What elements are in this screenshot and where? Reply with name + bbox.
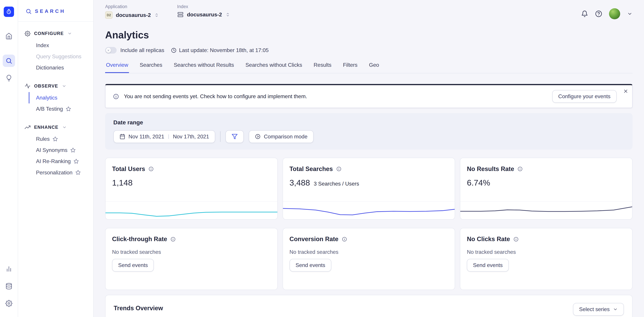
event-card-no-clicks-rate: No Clicks Rate No tracked searches Send …	[460, 228, 632, 290]
nav-section-enhance: ENHANCE Rules AI Synonyms AI Re-Ranking …	[18, 122, 93, 178]
event-card-title: No Clicks Rate	[467, 236, 510, 243]
section-header-enhance[interactable]: ENHANCE	[18, 122, 93, 134]
sparkline-path	[106, 212, 278, 216]
application-value: docusaurus-2	[116, 12, 151, 18]
sidebar-item-ai-synonyms[interactable]: AI Synonyms	[29, 145, 93, 156]
sidebar-item-label: Rules	[36, 136, 50, 142]
sidebar-item-personalization[interactable]: Personalization	[29, 167, 93, 178]
rail-search-button[interactable]	[3, 54, 15, 67]
controls-divider	[220, 131, 220, 142]
product-name: SEARCH	[35, 8, 66, 14]
lightbulb-icon	[6, 74, 12, 82]
home-icon	[6, 32, 12, 40]
sparkline-path	[460, 207, 632, 212]
filters-button[interactable]	[226, 130, 244, 143]
info-icon[interactable]	[148, 166, 154, 172]
rail-settings-button[interactable]	[3, 297, 15, 310]
sidebar-item-label: Index	[36, 42, 49, 48]
total-users-sparkline	[106, 201, 278, 219]
application-selector[interactable]: D2 docusaurus-2	[105, 11, 159, 19]
star-icon[interactable]	[52, 136, 58, 142]
metric-value: 1,148	[112, 178, 133, 188]
sidebar-item-dictionaries[interactable]: Dictionaries	[29, 62, 93, 73]
section-header-configure[interactable]: CONFIGURE	[18, 28, 93, 40]
rail-monitoring-button[interactable]	[3, 263, 15, 275]
sidebar-item-index[interactable]: Index	[29, 40, 93, 51]
help-icon[interactable]	[595, 10, 602, 17]
sidebar-item-label: Query Suggestions	[36, 54, 82, 60]
star-icon[interactable]	[74, 159, 79, 164]
nav-section-configure: CONFIGURE Index Query Suggestions Dictio…	[18, 28, 93, 73]
info-icon[interactable]	[513, 236, 519, 242]
algolia-logo[interactable]	[4, 6, 14, 17]
comparison-mode-button[interactable]: Comparison mode	[249, 130, 314, 143]
bar-chart-icon	[6, 266, 12, 272]
search-brand-icon	[26, 8, 32, 14]
configure-events-button[interactable]: Configure your events	[552, 90, 616, 103]
tab-filters[interactable]: Filters	[342, 61, 358, 73]
product-brand[interactable]: SEARCH	[18, 0, 93, 22]
select-series-button[interactable]: Select series	[573, 303, 624, 316]
star-icon[interactable]	[70, 148, 76, 153]
info-icon[interactable]	[336, 166, 342, 172]
rail-recommend-button[interactable]	[3, 72, 15, 84]
icon-rail	[0, 0, 18, 317]
include-replicas-label: Include all replicas	[120, 47, 164, 54]
send-events-button[interactable]: Send events	[112, 259, 154, 272]
info-icon[interactable]	[342, 236, 347, 242]
sidebar-item-ai-re-ranking[interactable]: AI Re-Ranking	[29, 156, 93, 167]
toggle-knob	[106, 48, 111, 53]
tab-overview[interactable]: Overview	[105, 61, 129, 73]
sidebar-item-label: Personalization	[36, 170, 72, 176]
sidebar-item-label: AI Synonyms	[36, 147, 68, 153]
info-icon[interactable]	[518, 166, 523, 172]
sidebar-item-query-suggestions[interactable]: Query Suggestions	[29, 51, 93, 62]
send-events-button[interactable]: Send events	[290, 259, 332, 272]
date-separator	[168, 134, 169, 139]
app-root: SEARCH CONFIGURE Index Query Suggestions…	[0, 0, 644, 317]
sidebar-item-ab-testing[interactable]: A/B Testing	[29, 104, 93, 114]
index-selector[interactable]: docusaurus-2	[177, 11, 230, 18]
info-icon[interactable]	[170, 236, 176, 242]
sidebar-item-label: Analytics	[36, 95, 57, 101]
tab-geo[interactable]: Geo	[368, 61, 380, 73]
event-card-title: Click-through Rate	[112, 236, 167, 243]
caret-updown-icon	[225, 12, 230, 17]
chevron-down-icon	[62, 84, 66, 88]
application-badge: D2	[105, 11, 112, 19]
index-selector-group: Index docusaurus-2	[177, 4, 230, 18]
date-range-picker[interactable]: Nov 11th, 2021 Nov 17th, 2021	[114, 130, 215, 143]
account-chevron-down-icon[interactable]	[627, 11, 632, 16]
star-icon[interactable]	[76, 170, 81, 175]
send-events-button[interactable]: Send events	[467, 259, 509, 272]
tab-results[interactable]: Results	[313, 61, 332, 73]
rail-home-button[interactable]	[3, 30, 15, 42]
topbar-actions	[581, 4, 632, 19]
close-icon[interactable]	[623, 88, 628, 94]
gear-icon	[6, 300, 12, 307]
sidebar-item-analytics[interactable]: Analytics	[29, 92, 93, 103]
activity-icon	[25, 83, 30, 89]
sidebar-item-rules[interactable]: Rules	[29, 134, 93, 145]
metric-cards-row: Total Users 1,148 Total Searches	[105, 158, 632, 220]
tab-searches[interactable]: Searches	[139, 61, 163, 73]
chevron-down-icon	[613, 307, 618, 312]
empty-state-text: No tracked searches	[460, 243, 632, 255]
section-header-observe[interactable]: OBSERVE	[18, 80, 93, 92]
empty-state-text: No tracked searches	[106, 243, 278, 255]
comparison-play-icon	[255, 134, 261, 140]
page-meta-row: Include all replicas Last update: Novemb…	[105, 47, 632, 54]
bell-icon[interactable]	[581, 10, 588, 17]
metric-value: 6.74%	[467, 178, 490, 188]
tab-searches-without-clicks[interactable]: Searches without Clicks	[244, 61, 303, 73]
trends-overview-section: Trends Overview Select series	[105, 295, 632, 317]
metric-card-title: Total Searches	[290, 166, 333, 172]
rail-data-button[interactable]	[3, 280, 15, 292]
avatar[interactable]	[609, 8, 620, 20]
nav-section-observe: OBSERVE Analytics A/B Testing	[18, 80, 93, 114]
funnel-icon	[232, 134, 238, 140]
tab-searches-without-results[interactable]: Searches without Results	[173, 61, 235, 73]
include-replicas-toggle[interactable]	[105, 47, 117, 54]
sidebar: SEARCH CONFIGURE Index Query Suggestions…	[18, 0, 94, 317]
star-icon[interactable]	[66, 106, 71, 112]
